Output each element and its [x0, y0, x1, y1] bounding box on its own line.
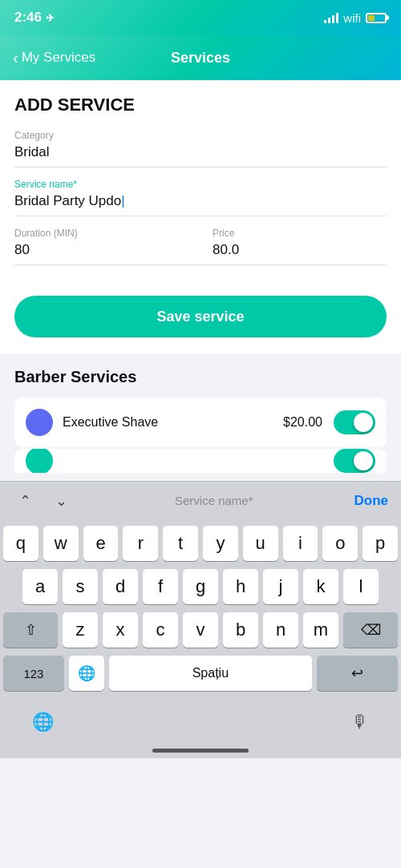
- key-f[interactable]: f: [143, 569, 178, 604]
- globe-key[interactable]: 🌐: [69, 656, 104, 691]
- keyboard: q w e r t y u i o p a s d f g h j k l ⇧ …: [0, 519, 401, 702]
- signal-icon: [324, 12, 338, 23]
- key-p[interactable]: p: [363, 526, 398, 561]
- service-toggle-2[interactable]: [334, 449, 375, 473]
- key-h[interactable]: h: [223, 569, 258, 604]
- keyboard-row-2: a s d f g h j k l: [3, 569, 398, 604]
- key-n[interactable]: n: [263, 612, 298, 648]
- key-w[interactable]: w: [43, 526, 79, 561]
- duration-field[interactable]: Duration (MIN) 80: [14, 228, 188, 258]
- toolbar-arrows: ⌃ ⌄: [13, 489, 74, 513]
- return-key[interactable]: ↩: [317, 656, 398, 691]
- status-bar: 2:46 ✈ wifi: [0, 0, 401, 35]
- keyboard-row-1: q w e r t y u i o p: [3, 526, 398, 561]
- duration-label: Duration (MIN): [14, 228, 188, 239]
- wifi-icon: wifi: [343, 11, 361, 25]
- service-price-label: $20.00: [283, 415, 322, 430]
- key-t[interactable]: t: [163, 526, 198, 561]
- service-dot-icon: [26, 409, 53, 436]
- delete-key[interactable]: ⌫: [343, 612, 398, 648]
- key-g[interactable]: g: [183, 569, 218, 604]
- mic-icon[interactable]: 🎙: [351, 712, 369, 733]
- shift-key[interactable]: ⇧: [3, 612, 58, 648]
- key-m[interactable]: m: [303, 612, 338, 648]
- key-u[interactable]: u: [243, 526, 278, 561]
- service-item: Executive Shave $20.00: [14, 398, 387, 447]
- price-field[interactable]: Price 80.0: [213, 228, 387, 258]
- key-d[interactable]: d: [103, 569, 138, 604]
- service-toggle[interactable]: [334, 410, 375, 434]
- key-a[interactable]: a: [22, 569, 58, 604]
- home-bar: [152, 749, 249, 753]
- keyboard-row-3: ⇧ z x c v b n m ⌫: [3, 612, 398, 648]
- price-value: 80.0: [213, 242, 387, 258]
- arrow-up-button[interactable]: ⌃: [13, 489, 38, 513]
- battery-icon: [366, 13, 387, 23]
- price-label: Price: [213, 228, 387, 239]
- key-j[interactable]: j: [263, 569, 298, 604]
- key-l[interactable]: l: [343, 569, 379, 604]
- barber-services-section: Barber Services Executive Shave $20.00: [0, 353, 401, 481]
- time-label: 2:46: [14, 10, 42, 26]
- key-x[interactable]: x: [103, 612, 138, 648]
- home-indicator: [0, 742, 401, 758]
- category-field: Category Bridal: [14, 130, 387, 168]
- key-b[interactable]: b: [223, 612, 258, 648]
- service-name-value[interactable]: Bridal Party Updo: [14, 193, 387, 209]
- category-label: Category: [14, 130, 387, 141]
- location-icon: ✈: [46, 12, 55, 24]
- space-key[interactable]: Spațiu: [109, 656, 312, 691]
- status-icons: wifi: [324, 11, 387, 25]
- key-r[interactable]: r: [123, 526, 158, 561]
- key-q[interactable]: q: [3, 526, 38, 561]
- numbers-key[interactable]: 123: [3, 656, 64, 691]
- service-name-label: Service name*: [14, 179, 387, 190]
- toggle-thumb-2: [354, 451, 373, 470]
- bottom-bar: 🌐 🎙: [0, 702, 401, 742]
- add-service-section: ADD SERVICE Category Bridal Service name…: [0, 80, 401, 280]
- key-e[interactable]: e: [83, 526, 119, 561]
- key-z[interactable]: z: [63, 612, 98, 648]
- save-service-button[interactable]: Save service: [14, 296, 387, 337]
- back-button[interactable]: ‹ My Services: [13, 49, 109, 67]
- service-item-partial: [14, 449, 387, 473]
- add-service-heading: ADD SERVICE: [14, 95, 387, 115]
- key-o[interactable]: o: [322, 526, 358, 561]
- nav-bar: ‹ My Services Services: [0, 35, 401, 80]
- save-button-container: Save service: [0, 280, 401, 353]
- done-button[interactable]: Done: [354, 493, 389, 509]
- keyboard-toolbar: ⌃ ⌄ Service name* Done: [0, 481, 401, 519]
- service-dot-icon-2: [26, 449, 53, 473]
- category-value: Bridal: [14, 144, 387, 160]
- duration-price-row: Duration (MIN) 80 Price 80.0: [14, 228, 387, 265]
- key-k[interactable]: k: [303, 569, 338, 604]
- duration-value: 80: [14, 242, 188, 258]
- back-chevron-icon: ‹: [13, 49, 18, 67]
- back-label: My Services: [22, 50, 96, 66]
- key-s[interactable]: s: [63, 569, 98, 604]
- service-item-right: $20.00: [283, 410, 375, 434]
- globe-bottom-icon[interactable]: 🌐: [32, 712, 54, 733]
- key-v[interactable]: v: [183, 612, 218, 648]
- keyboard-field-label: Service name*: [74, 494, 354, 507]
- nav-title: Services: [171, 50, 230, 67]
- toggle-thumb: [354, 413, 373, 432]
- arrow-down-button[interactable]: ⌄: [49, 489, 74, 513]
- key-y[interactable]: y: [203, 526, 238, 561]
- key-i[interactable]: i: [283, 526, 318, 561]
- key-c[interactable]: c: [143, 612, 178, 648]
- keyboard-row-4: 123 🌐 Spațiu ↩: [3, 656, 398, 691]
- service-item-left: Executive Shave: [26, 409, 158, 436]
- service-name-label: Executive Shave: [63, 415, 158, 430]
- barber-section-title: Barber Services: [14, 368, 387, 386]
- status-time: 2:46 ✈: [14, 10, 55, 26]
- service-name-field[interactable]: Service name* Bridal Party Updo: [14, 179, 387, 216]
